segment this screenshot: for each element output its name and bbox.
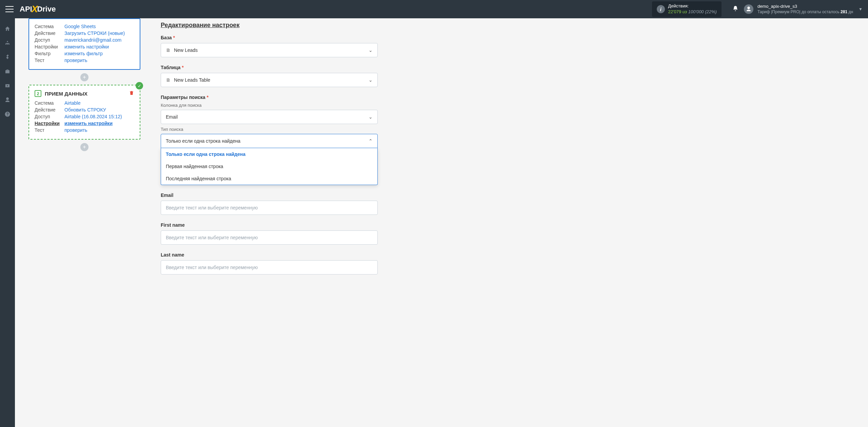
user-chevron-icon[interactable]: ▼ [859,7,863,12]
field-table: Таблица* 🗎 New Leads Table ⌄ [161,65,378,87]
nav-briefcase[interactable] [0,64,15,79]
tariff-prefix: Тариф |Премиум PRO| до оплаты осталось [757,9,840,14]
row-value[interactable]: проверить [64,58,87,63]
row-value[interactable]: Загрузить СТРОКИ (новые) [64,30,125,36]
search-type-value: Только если одна строка найдена [166,138,240,144]
user-tariff: Тариф |Премиум PRO| до оплаты осталось 2… [757,9,853,15]
steps-column: СистемаGoogle Sheets ДействиеЗагрузить С… [28,18,140,282]
logo-api: API [20,5,32,14]
card-title: 2 ПРИЕМ ДАННЫХ [35,90,134,97]
field-last-name: Last name [161,252,378,274]
last-name-input[interactable] [161,260,378,274]
logo-drive: Drive [37,5,56,14]
destination-card[interactable]: ✓ 2 ПРИЕМ ДАННЫХ СистемаAirtable Действи… [28,85,140,140]
chevron-up-icon: ⌃ [369,138,373,144]
email-label: Email [161,192,378,198]
row-value[interactable]: изменить фильтр [64,51,103,56]
actions-counter[interactable]: i Действия: 22'079 из 100'000 (22%) [652,1,722,17]
section-title: Редактирование настроек [161,22,378,29]
row-value[interactable]: Airtable (16.08.2024 15:12) [64,114,122,119]
row-value[interactable]: изменить настройки [64,121,113,126]
user-block[interactable]: demo_apix-drive_s3 Тариф |Премиум PRO| д… [757,4,853,15]
table-select[interactable]: 🗎 New Leads Table ⌄ [161,73,378,87]
row-label: Действие [35,107,64,113]
row-value[interactable]: Обновить СТРОКУ [64,107,106,113]
search-type-label: Тип поиска [161,127,378,132]
row-label: Доступ [35,37,64,43]
row-value[interactable]: изменить настройки [64,44,109,49]
actions-label: Действия: [668,3,717,9]
search-params-label: Параметры поиска [161,95,205,100]
actions-of: из [683,9,687,14]
first-name-input[interactable] [161,230,378,245]
check-badge-icon: ✓ [136,82,143,89]
info-icon: i [657,5,665,13]
row-label: Действие [35,30,64,36]
hamburger-menu[interactable] [5,6,14,12]
main-content: СистемаGoogle Sheets ДействиеЗагрузить С… [15,18,868,296]
row-label: Тест [35,127,64,133]
email-input[interactable] [161,201,378,215]
add-step-button[interactable]: + [80,143,88,151]
table-label: Таблица [161,65,180,70]
search-column-select[interactable]: Email ⌄ [161,110,378,124]
row-label: Система [35,24,64,29]
sidebar [0,18,15,296]
row-label: Система [35,100,64,106]
row-value[interactable]: Airtable [64,100,80,106]
nav-home[interactable] [0,22,15,36]
field-base: База* 🗎 New Leads ⌄ [161,35,378,57]
actions-count: 22'079 [668,9,682,14]
tariff-days: 281 [841,9,847,14]
user-avatar-icon[interactable] [744,4,753,14]
required-icon: * [173,35,175,40]
required-icon: * [182,65,183,70]
nav-help[interactable] [0,107,15,121]
step-number: 2 [35,90,41,97]
source-card[interactable]: СистемаGoogle Sheets ДействиеЗагрузить С… [28,18,140,70]
nav-connections[interactable] [0,36,15,50]
settings-form: Редактирование настроек База* 🗎 New Lead… [161,18,378,282]
logo[interactable]: API X Drive [20,4,56,15]
doc-icon: 🗎 [166,47,171,53]
search-column-label: Колонка для поиска [161,103,378,108]
first-name-label: First name [161,222,185,228]
search-type-select[interactable]: Только если одна строка найдена ⌃ [161,134,378,148]
chevron-down-icon: ⌄ [369,77,373,83]
delete-step-icon[interactable] [129,90,134,97]
actions-percent: (22%) [705,9,717,14]
row-label: Доступ [35,114,64,119]
base-select[interactable]: 🗎 New Leads ⌄ [161,43,378,57]
doc-icon: 🗎 [166,77,171,83]
base-label: База [161,35,172,40]
actions-limit: 100'000 [688,9,704,14]
field-search-params: Параметры поиска* Колонка для поиска Ema… [161,95,378,185]
dropdown-option[interactable]: Первая найденная строка [161,160,377,172]
search-type-dropdown: Только если одна строка найдена Первая н… [161,148,378,185]
chevron-down-icon: ⌄ [369,47,373,53]
bell-icon[interactable] [732,5,738,13]
dropdown-option[interactable]: Только если одна строка найдена [161,148,377,160]
field-first-name: First name [161,222,378,245]
step-title: ПРИЕМ ДАННЫХ [45,91,87,97]
row-value[interactable]: проверить [64,127,87,133]
add-step-button[interactable]: + [80,73,88,81]
nav-profile[interactable] [0,93,15,107]
row-label: Настройки [35,44,64,49]
table-value: New Leads Table [174,77,210,83]
last-name-label: Last name [161,252,184,258]
required-icon: * [207,95,209,100]
field-email [161,201,378,215]
actions-text: Действия: 22'079 из 100'000 (22%) [668,3,717,15]
row-label: Фильтр [35,51,64,56]
base-value: New Leads [174,47,198,53]
row-label: Тест [35,58,64,63]
nav-video[interactable] [0,79,15,93]
row-value[interactable]: Google Sheets [64,24,96,29]
chevron-down-icon: ⌄ [369,114,373,120]
row-value[interactable]: maverickandrii@gmail.com [64,37,121,43]
nav-billing[interactable] [0,50,15,64]
app-header: API X Drive i Действия: 22'079 из 100'00… [0,0,868,18]
search-column-value: Email [166,114,178,120]
dropdown-option[interactable]: Последняя найденная строка [161,172,377,185]
